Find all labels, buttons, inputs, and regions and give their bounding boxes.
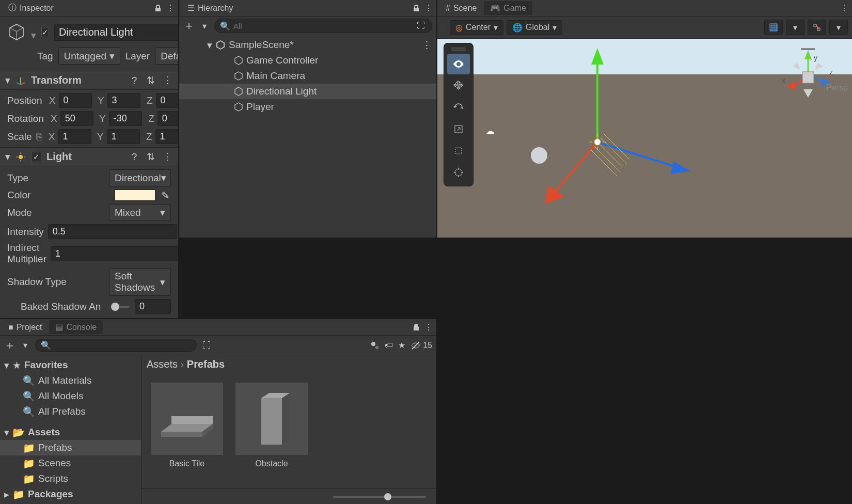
kebab-icon[interactable]: ⋮	[165, 3, 176, 14]
scale-tool[interactable]	[447, 119, 470, 139]
kebab-icon[interactable]: ⋮	[839, 3, 850, 14]
folder-item[interactable]: 📁Prefabs	[0, 440, 141, 455]
light-mode-select[interactable]: Mixed▾	[109, 204, 171, 221]
rect-tool[interactable]	[447, 140, 470, 161]
kebab-icon[interactable]: ⋮	[421, 39, 432, 51]
kebab-icon[interactable]: ⋮	[162, 75, 173, 86]
folder-item[interactable]: 📁Scenes	[0, 455, 141, 471]
filter-type-icon[interactable]	[370, 341, 380, 350]
pivot-toggle[interactable]: ◎ Center ▾	[450, 20, 503, 35]
light-enabled-checkbox[interactable]	[31, 152, 41, 162]
tree-item[interactable]: Directional Light	[179, 84, 436, 99]
foldout-icon[interactable]: ▾	[207, 39, 212, 51]
view-tool[interactable]	[447, 54, 470, 74]
folder-icon: ■	[8, 323, 13, 332]
layer-select[interactable]: Default▾	[155, 48, 178, 65]
rotation-z[interactable]	[157, 111, 178, 126]
help-icon[interactable]: ?	[129, 75, 140, 86]
light-type-select[interactable]: Directional▾	[109, 169, 171, 186]
shadow-type-select[interactable]: Soft Shadows▾	[109, 268, 171, 296]
transform-tool[interactable]	[447, 162, 470, 183]
hierarchy-search[interactable]: 🔍 ⛶	[214, 19, 432, 33]
asset-thumb[interactable]: Basic Tile	[151, 383, 223, 468]
lock-icon[interactable]	[411, 322, 422, 333]
tree-item[interactable]: Game Controller	[179, 53, 436, 68]
project-search-input[interactable]	[54, 341, 191, 350]
link-icon[interactable]: ⎘	[36, 131, 42, 143]
grid-snap-dropdown[interactable]: ▾	[786, 20, 804, 35]
transform-header[interactable]: ▾ Transform ? ⇅ ⋮	[0, 71, 178, 90]
position-x[interactable]	[59, 93, 92, 108]
position-y[interactable]	[107, 93, 140, 108]
folder-item[interactable]: 📁Scripts	[0, 471, 141, 486]
lock-icon[interactable]	[411, 3, 422, 14]
favorite-item[interactable]: 🔍All Prefabs	[0, 404, 141, 419]
assets-folder[interactable]: ▾📂Assets	[0, 424, 141, 440]
hidden-toggle[interactable]: 15	[411, 340, 432, 351]
scale-z[interactable]	[155, 129, 178, 144]
tab-scene[interactable]: # Scene	[439, 2, 483, 15]
project-search[interactable]: 🔍	[35, 339, 197, 352]
tree-item[interactable]: Player	[179, 99, 436, 115]
position-z[interactable]	[156, 93, 178, 108]
favorite-icon[interactable]: ★	[398, 340, 405, 350]
tab-console[interactable]: ▤ Console	[49, 320, 103, 334]
gameobject-name-field[interactable]	[54, 24, 178, 41]
grid-snap-button[interactable]	[764, 20, 783, 35]
add-button[interactable]: ＋	[183, 20, 195, 32]
chevron-down-icon[interactable]: ▾	[31, 29, 36, 41]
tab-game[interactable]: 🎮 Game	[484, 1, 532, 15]
tag-select[interactable]: Untagged▾	[58, 48, 120, 65]
space-toggle[interactable]: 🌐 Global ▾	[507, 20, 562, 35]
rotation-x[interactable]	[60, 111, 93, 126]
intensity-field[interactable]	[48, 224, 177, 239]
add-button[interactable]: ＋	[4, 340, 15, 351]
tab-label: Game	[503, 4, 526, 13]
kebab-icon[interactable]: ⋮	[162, 151, 173, 163]
search-expand-icon[interactable]: ⛶	[415, 20, 427, 32]
baked-angle-slider[interactable]	[115, 306, 130, 308]
eyedropper-icon[interactable]: ✎	[160, 190, 171, 201]
thumbnail-scale-slider[interactable]	[333, 496, 426, 498]
tab-hierarchy[interactable]: ☰ Hierarchy	[181, 1, 239, 15]
rotate-tool[interactable]	[447, 97, 470, 118]
preset-icon[interactable]: ⇅	[145, 75, 156, 86]
packages-folder[interactable]: ▸📁Packages	[0, 486, 141, 502]
add-dropdown-icon[interactable]: ▾	[199, 20, 210, 32]
breadcrumb[interactable]: Assets › Prefabs	[141, 355, 436, 373]
preset-icon[interactable]: ⇅	[145, 151, 156, 163]
filter-label-icon[interactable]: 🏷	[385, 341, 393, 350]
tree-item[interactable]: Main Camera	[179, 68, 436, 84]
help-icon[interactable]: ?	[129, 151, 140, 163]
asset-thumb[interactable]: Obstacle	[235, 383, 308, 468]
foldout-icon: ▾	[5, 151, 10, 163]
kebab-icon[interactable]: ⋮	[423, 3, 434, 14]
scene-viewport[interactable]: y z x Persp	[437, 39, 852, 238]
favorite-item[interactable]: 🔍All Models	[0, 388, 141, 404]
tab-project[interactable]: ■ Project	[2, 321, 48, 334]
light-header[interactable]: ▾ Light ? ⇅ ⋮	[0, 147, 178, 166]
chevron-down-icon: ▾	[161, 172, 166, 184]
active-checkbox[interactable]	[41, 27, 49, 37]
favorite-item[interactable]: 🔍All Materials	[0, 373, 141, 388]
lock-icon[interactable]	[152, 3, 164, 14]
baked-angle-field[interactable]	[135, 299, 171, 314]
move-tool[interactable]	[447, 75, 470, 96]
svg-point-33	[531, 147, 547, 164]
hierarchy-search-input[interactable]	[233, 22, 412, 30]
snap-increment-button[interactable]	[808, 20, 826, 35]
favorites-folder[interactable]: ▾★Favorites	[0, 357, 141, 373]
tab-inspector[interactable]: ⓘ Inspector	[2, 1, 60, 15]
search-expand-icon[interactable]: ⛶	[201, 340, 212, 351]
rotation-label: Rotation	[7, 113, 44, 124]
indirect-field[interactable]	[51, 246, 178, 261]
rotation-y[interactable]	[109, 111, 142, 126]
color-label: Color	[7, 190, 111, 201]
tree-scene-row[interactable]: ▾ SampleScene* ⋮	[179, 37, 436, 53]
snap-dropdown[interactable]: ▾	[829, 20, 848, 35]
scale-y[interactable]	[107, 129, 140, 144]
kebab-icon[interactable]: ⋮	[423, 322, 434, 333]
scale-x[interactable]	[58, 129, 91, 144]
light-color-swatch[interactable]	[115, 190, 155, 201]
add-dropdown-icon[interactable]: ▾	[20, 340, 31, 351]
